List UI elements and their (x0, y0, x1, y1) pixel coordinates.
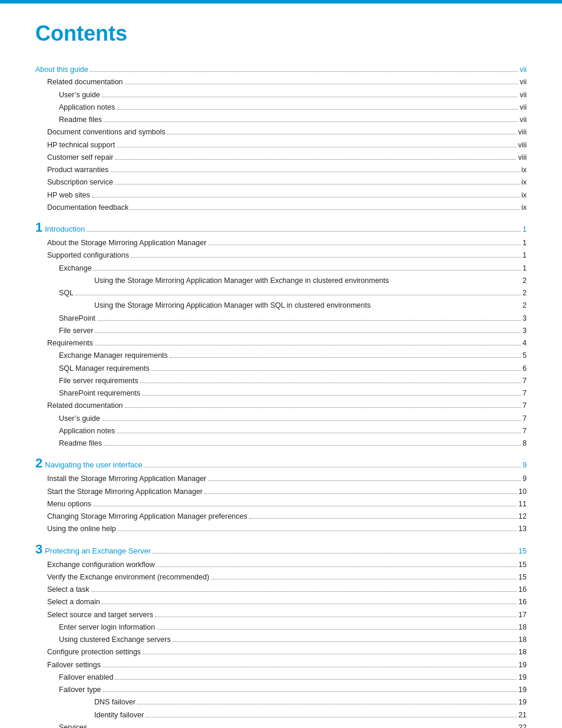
toc-page: 11 (518, 498, 527, 510)
toc-dots (173, 641, 517, 642)
toc-label: Install the Storage Mirroring Applicatio… (47, 473, 206, 485)
toc-entry: Related documentation7 (35, 400, 527, 412)
toc-entry: Exchange1 (35, 262, 527, 275)
toc-dots (144, 467, 521, 467)
toc-dots (95, 345, 521, 345)
toc-dots (117, 147, 516, 147)
toc-dots (157, 566, 517, 567)
toc-page: ix (521, 202, 527, 214)
toc-dots (103, 667, 517, 667)
toc-label: Select source and target servers (47, 609, 153, 621)
toc-entry: Select a domain16 (35, 596, 527, 608)
toc-label: About this guide (35, 64, 88, 76)
toc-dots (153, 553, 517, 554)
toc-entry: Readme filesvii (35, 114, 527, 126)
toc-entry: Related documentationvii (35, 76, 527, 88)
toc-entry: Readme files8 (35, 437, 527, 450)
toc-page: 3 (523, 312, 527, 325)
toc-dots (155, 617, 517, 617)
toc-label: File server requirements (59, 375, 138, 387)
toc-label: Readme files (59, 114, 102, 126)
toc-entry: Exchange Manager requirements5 (35, 350, 527, 362)
toc-label: Identity failover (94, 709, 144, 722)
toc-page: ix (521, 189, 527, 202)
toc-page: 2 (523, 275, 527, 287)
page-container: Contents About this guideviiRelated docu… (0, 4, 562, 728)
toc-page: ix (521, 176, 527, 189)
section-number: 2 (35, 457, 42, 470)
toc-label: Select a task (47, 584, 90, 596)
toc-entry: Subscription serviceix (35, 176, 527, 189)
toc-page: 19 (518, 684, 527, 696)
toc-entry: Failover type19 (35, 684, 527, 696)
toc-page: ix (521, 164, 527, 176)
toc-entry: Failover enabled19 (35, 671, 527, 684)
toc-page: 9 (523, 473, 527, 485)
toc-label: Using the Storage Mirroring Application … (94, 299, 371, 312)
toc-page: 1 (523, 237, 527, 249)
toc-entry: Verify the Exchange environment (recomme… (35, 571, 527, 584)
toc-entry: File server3 (35, 325, 527, 337)
toc-page: vii (520, 114, 527, 126)
toc-entry: SharePoint3 (35, 312, 527, 325)
toc-label: SQL (59, 287, 74, 299)
toc-dots (157, 629, 517, 630)
toc-dots (93, 506, 517, 506)
toc-label: User’s guide (59, 89, 100, 101)
toc-page: vii (520, 101, 527, 114)
toc-dots (102, 420, 521, 421)
toc-label: HP technical support (47, 139, 115, 151)
toc-dots (130, 209, 520, 210)
toc-entry: Using the Storage Mirroring Application … (35, 299, 527, 312)
toc-dots (125, 84, 518, 84)
toc-page: 7 (523, 400, 527, 412)
section-label: Navigating the user interface (45, 457, 142, 473)
toc-label: File server (59, 325, 93, 337)
toc-page: 16 (518, 596, 527, 608)
toc-label: Verify the Exchange environment (recomme… (47, 571, 209, 584)
section-label: Introduction (45, 222, 85, 237)
toc-page: 13 (518, 523, 527, 535)
toc-entry: About this guidevii (35, 64, 527, 76)
toc-dots (208, 245, 521, 245)
toc-entry: SQL Manager requirements6 (35, 363, 527, 375)
toc-page: 4 (523, 337, 527, 350)
toc-label: Subscription service (47, 176, 113, 189)
toc-page: vii (520, 76, 527, 88)
toc-page: 9 (523, 458, 527, 473)
toc-label: SQL Manager requirements (59, 363, 150, 375)
toc-dots (110, 172, 520, 172)
toc-entry: Supported configurations1 (35, 249, 527, 262)
toc-section-header: 1Introduction1 (35, 221, 527, 237)
toc-label: Start the Storage Mirroring Application … (47, 486, 203, 498)
toc-label: Exchange (59, 262, 92, 275)
toc-entry: File server requirements7 (35, 375, 527, 387)
toc-label: DNS failover (94, 696, 135, 709)
toc-page: 7 (523, 425, 527, 437)
toc-page: 21 (518, 709, 527, 722)
toc-dots (146, 717, 517, 717)
toc-dots (95, 332, 521, 333)
toc-label: Using the online help (47, 523, 116, 535)
toc-dots (142, 395, 521, 396)
toc-dots (104, 445, 521, 446)
toc-entry: Configure protection settings18 (35, 646, 527, 658)
toc-label: Failover settings (47, 659, 101, 671)
toc-page: 5 (523, 350, 527, 362)
toc-dots (91, 591, 517, 592)
toc-page: 8 (523, 437, 527, 450)
toc-entry: Exchange configuration workflow15 (35, 559, 527, 571)
toc-entry: SQL2 (35, 287, 527, 299)
toc-label: Exchange Manager requirements (59, 350, 168, 362)
toc-dots (204, 493, 517, 494)
toc-spacer (35, 450, 527, 457)
toc-page: 3 (523, 325, 527, 337)
toc-page: 19 (518, 659, 527, 671)
toc-page: 7 (523, 413, 527, 425)
toc-dots (103, 691, 517, 692)
toc-label: Menu options (47, 498, 91, 510)
toc-page: 12 (518, 510, 527, 523)
toc-dots (249, 518, 517, 519)
toc-section-header: 2Navigating the user interface9 (35, 457, 527, 473)
toc-label: Related documentation (47, 76, 123, 88)
